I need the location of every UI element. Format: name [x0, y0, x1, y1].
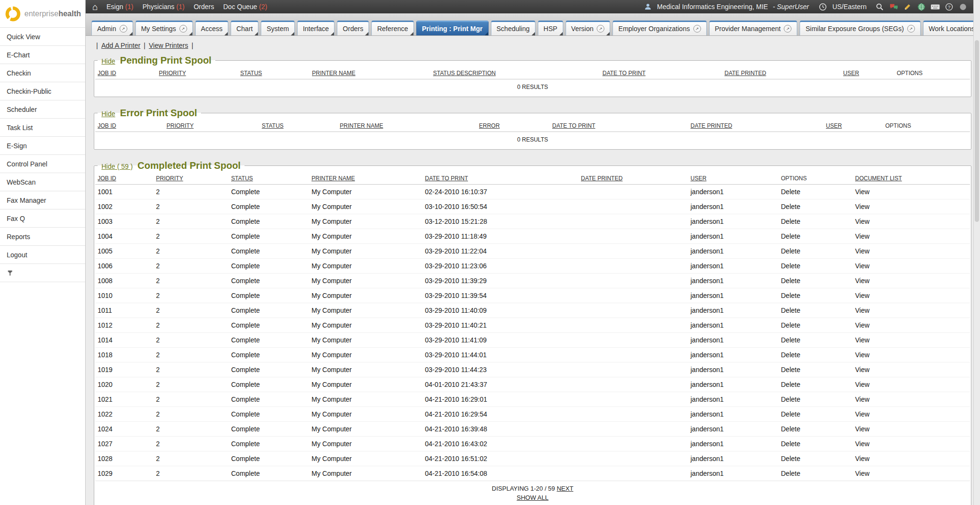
topbar-link-esign[interactable]: Esign(1) — [106, 3, 133, 11]
external-link-icon[interactable]: ↗ — [693, 25, 701, 33]
delete-link[interactable]: Delete — [781, 247, 800, 255]
view-document-link[interactable]: View — [855, 188, 869, 196]
view-document-link[interactable]: View — [855, 440, 869, 448]
column-header-document-list[interactable]: DOCUMENT LIST — [855, 175, 902, 182]
column-header-job-id[interactable]: JOB ID — [98, 175, 116, 182]
hide-completed-link[interactable]: Hide ( 59 ) — [101, 163, 133, 170]
hide-pending-link[interactable]: Hide — [101, 57, 115, 65]
view-document-link[interactable]: View — [855, 203, 869, 210]
tab-version[interactable]: Version↗ — [566, 21, 611, 35]
tab-similar-exposure-groups-segs[interactable]: Similar Exposure Groups (SEGs)↗ — [800, 21, 920, 35]
external-link-icon[interactable]: ↗ — [120, 25, 127, 33]
help-icon[interactable]: ? — [945, 2, 954, 11]
topbar-link-orders[interactable]: Orders — [194, 3, 214, 11]
topbar-link-doc-queue[interactable]: Doc Queue(2) — [223, 3, 267, 11]
sidebar-item-e-sign[interactable]: E-Sign — [0, 137, 85, 155]
next-page-link[interactable]: NEXT — [557, 485, 573, 492]
search-icon[interactable] — [875, 2, 884, 11]
show-all-link[interactable]: SHOW ALL — [517, 494, 548, 501]
column-header-date-printed[interactable]: DATE PRINTED — [581, 175, 623, 182]
column-header-priority[interactable]: PRIORITY — [167, 122, 194, 129]
column-header-user[interactable]: USER — [690, 175, 706, 182]
scrollbar[interactable] — [973, 0, 980, 505]
view-document-link[interactable]: View — [855, 218, 869, 225]
view-document-link[interactable]: View — [855, 351, 869, 359]
column-header-date-to-print[interactable]: DATE TO PRINT — [425, 175, 468, 182]
delete-link[interactable]: Delete — [781, 381, 800, 388]
keyboard-icon[interactable] — [931, 2, 940, 11]
delete-link[interactable]: Delete — [781, 455, 800, 462]
delete-link[interactable]: Delete — [781, 425, 800, 433]
delete-link[interactable]: Delete — [781, 203, 800, 210]
column-header-status[interactable]: STATUS — [240, 70, 262, 77]
scrollbar-thumb[interactable] — [975, 40, 979, 222]
sidebar-item-control-panel[interactable]: Control Panel — [0, 155, 85, 173]
sidebar-item-checkin[interactable]: Checkin — [0, 64, 85, 82]
view-document-link[interactable]: View — [855, 277, 869, 285]
column-header-printer-name[interactable]: PRINTER NAME — [312, 70, 356, 77]
column-header-date-to-print[interactable]: DATE TO PRINT — [602, 70, 646, 77]
view-document-link[interactable]: View — [855, 455, 869, 462]
column-header-user[interactable]: USER — [826, 122, 842, 129]
tab-work-locations[interactable]: Work Locations↗ — [923, 21, 980, 35]
tab-admin[interactable]: Admin↗ — [91, 21, 133, 35]
external-link-icon[interactable]: ↗ — [597, 25, 604, 33]
view-document-link[interactable]: View — [855, 321, 869, 329]
topbar-link-physicians[interactable]: Physicians(1) — [143, 3, 185, 11]
column-header-priority[interactable]: PRIORITY — [156, 175, 183, 182]
delete-link[interactable]: Delete — [781, 366, 800, 373]
delete-link[interactable]: Delete — [781, 262, 800, 270]
sidebar-pin-button[interactable] — [0, 264, 85, 282]
column-header-date-to-print[interactable]: DATE TO PRINT — [552, 122, 595, 129]
column-header-error[interactable]: ERROR — [479, 122, 500, 129]
external-link-icon[interactable]: ↗ — [179, 25, 187, 33]
view-document-link[interactable]: View — [855, 410, 869, 418]
delete-link[interactable]: Delete — [781, 188, 800, 196]
external-link-icon[interactable]: ↗ — [784, 25, 791, 33]
column-header-user[interactable]: USER — [843, 70, 859, 77]
delete-link[interactable]: Delete — [781, 440, 800, 448]
view-document-link[interactable]: View — [855, 292, 869, 299]
delete-link[interactable]: Delete — [781, 395, 800, 403]
column-header-date-printed[interactable]: DATE PRINTED — [724, 70, 766, 77]
column-header-job-id[interactable]: JOB ID — [98, 122, 116, 129]
home-icon[interactable]: ⌂ — [92, 2, 98, 11]
view-document-link[interactable]: View — [855, 232, 869, 240]
column-header-priority[interactable]: PRIORITY — [159, 70, 186, 77]
view-document-link[interactable]: View — [855, 425, 869, 433]
tab-system[interactable]: System — [261, 21, 295, 35]
sidebar-item-reports[interactable]: Reports — [0, 228, 85, 246]
sidebar-item-task-list[interactable]: Task List — [0, 119, 85, 137]
sidebar-item-fax-manager[interactable]: Fax Manager — [0, 191, 85, 209]
sidebar-item-logout[interactable]: Logout — [0, 246, 85, 264]
view-document-link[interactable]: View — [855, 247, 869, 255]
view-document-link[interactable]: View — [855, 470, 869, 477]
column-header-printer-name[interactable]: PRINTER NAME — [340, 122, 383, 129]
tab-scheduling[interactable]: Scheduling — [491, 21, 535, 35]
delete-link[interactable]: Delete — [781, 307, 800, 314]
delete-link[interactable]: Delete — [781, 470, 800, 477]
tab-access[interactable]: Access — [195, 21, 228, 35]
sidebar-item-fax-q[interactable]: Fax Q — [0, 209, 85, 228]
tab-hsp[interactable]: HSP — [538, 21, 563, 35]
column-header-status[interactable]: STATUS — [231, 175, 253, 182]
add-printer-link[interactable]: Add A Printer — [101, 42, 141, 49]
delete-link[interactable]: Delete — [781, 351, 800, 359]
tab-interface[interactable]: Interface — [297, 21, 334, 35]
view-document-link[interactable]: View — [855, 307, 869, 314]
tab-printing-print-mgr[interactable]: Printing : Print Mgr — [416, 21, 489, 35]
delete-link[interactable]: Delete — [781, 410, 800, 418]
column-header-printer-name[interactable]: PRINTER NAME — [312, 175, 355, 182]
delete-link[interactable]: Delete — [781, 336, 800, 344]
delete-link[interactable]: Delete — [781, 277, 800, 285]
delete-link[interactable]: Delete — [781, 321, 800, 329]
view-document-link[interactable]: View — [855, 366, 869, 373]
sidebar-item-checkin-public[interactable]: Checkin-Public — [0, 82, 85, 100]
hide-error-link[interactable]: Hide — [101, 110, 115, 118]
view-document-link[interactable]: View — [855, 336, 869, 344]
delete-link[interactable]: Delete — [781, 218, 800, 225]
column-header-date-printed[interactable]: DATE PRINTED — [690, 122, 732, 129]
column-header-job-id[interactable]: JOB ID — [98, 70, 116, 77]
tab-chart[interactable]: Chart — [231, 21, 258, 35]
tab-provider-management[interactable]: Provider Management↗ — [709, 21, 798, 35]
